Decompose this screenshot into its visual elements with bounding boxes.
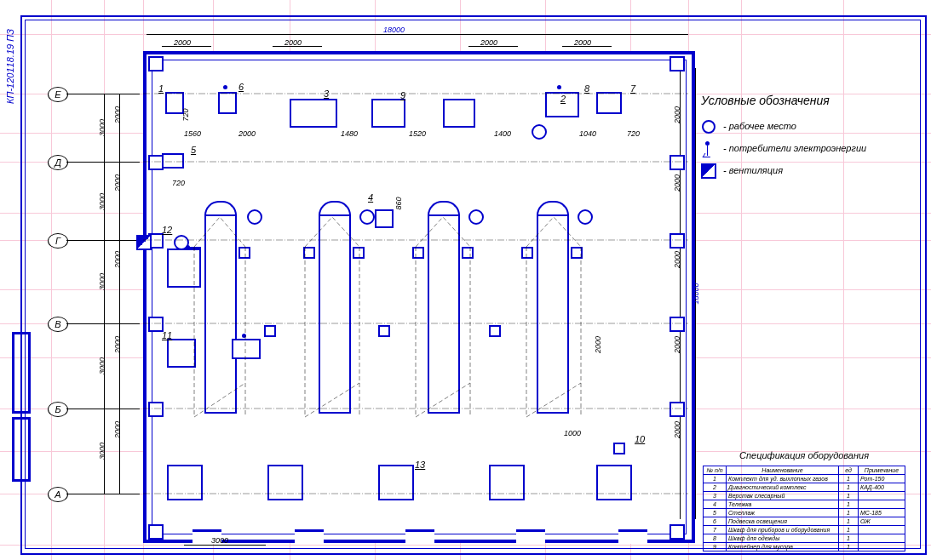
spec-cell [859,534,905,543]
dim-overall-h [147,34,688,35]
callout-10: 10 [635,434,645,444]
legend-item-vent: - вентиляция [723,165,783,175]
eq-12 [167,249,201,288]
spec-cell: 7 [704,526,727,534]
spec-cell: Тележка [727,500,839,509]
drawing-code: КП-120118.19 ПЗ [5,19,19,104]
axis-D: Д [48,155,68,170]
spec-cell: Рот-150 [859,475,905,483]
spec-cell: 1 [839,543,859,551]
spec-cell: 4 [704,500,727,509]
legend-title: Условные обозначения [701,94,897,107]
spec-cell: 2 [704,483,727,492]
eq-5 [162,153,184,169]
callout-7: 7 [630,83,635,94]
callout-8: 8 [584,83,589,94]
callout-5: 5 [191,145,196,155]
eq-13 [378,465,414,500]
workplace [532,124,547,140]
legend-item-workplace: - рабочее место [723,121,796,131]
spec-cell: Шкаф для одежды [727,534,839,543]
pit-4 [537,214,569,414]
eq-9 [371,99,405,128]
spec-cell: 6 [704,517,727,526]
callout-12: 12 [162,225,172,235]
spec-cell [859,543,905,551]
spec-cell: Стеллаж [727,509,839,517]
spec-cell: 1 [839,534,859,543]
legend: Условные обозначения - рабочее место - п… [701,94,897,186]
eq-4 [375,209,394,228]
eq-10 [613,443,625,454]
callout-2: 2 [560,94,566,104]
spec-cell: Шкаф для приборов и оборудования [727,526,839,534]
axis-V: В [48,317,68,332]
callout-9: 9 [400,90,405,100]
spec-cell: 8 [704,534,727,543]
pit-1 [204,214,237,414]
pit-2 [319,214,351,414]
spec-cell: 5 [704,509,727,517]
spec-cell: Подвеска освещения [727,517,839,526]
spec-cell: 1 [704,475,727,483]
vent-marker [136,235,152,250]
spec-cell [859,526,905,534]
axis-G: Г [48,233,68,249]
spec-cell: ОЖ [859,517,905,526]
dim-overall-h-label: 18000 [383,26,405,34]
spec-cell: Верстак слесарный [727,492,839,500]
axis-B: Б [48,402,68,417]
callout-1: 1 [158,83,164,94]
axis-E: Е [48,87,68,102]
spec-cell: 1 [839,492,859,500]
spec-cell: 1 [839,526,859,534]
callout-3: 3 [324,89,329,99]
spec-cell: 1 [839,483,859,492]
callout-13: 13 [415,460,425,470]
pit-3 [428,214,460,414]
column [148,56,164,71]
spec-cell: Диагностический комплекс [727,483,839,492]
spec-table: Спецификация оборудования № п/п Наименов… [703,450,905,551]
spec-cell [859,500,905,509]
eq-11 [167,339,196,368]
legend-item-electric: - потребители электроэнергии [723,143,866,153]
spec-cell: МС-185 [859,509,905,517]
eq-6 [218,92,237,114]
spec-cell: 1 [839,500,859,509]
spec-cell: 1 [839,517,859,526]
spec-cell: 1 [839,509,859,517]
axis-A: А [48,487,68,502]
spec-cell: Контейнер для мусора [727,543,839,551]
elec-marker [223,85,227,89]
spec-cell: Комплект для уд. выхлопных газов [727,475,839,483]
spec-cell: 3 [704,492,727,500]
callout-4: 4 [368,192,373,203]
callout-6: 6 [238,82,244,92]
spec-cell: 1 [839,475,859,483]
spec-title: Спецификация оборудования [703,450,905,460]
spec-cell: 9 [704,543,727,551]
eq-3 [290,99,337,128]
spec-cell [859,492,905,500]
callout-11: 11 [162,330,172,340]
spec-cell: КАД-400 [859,483,905,492]
eq-7 [596,92,622,114]
